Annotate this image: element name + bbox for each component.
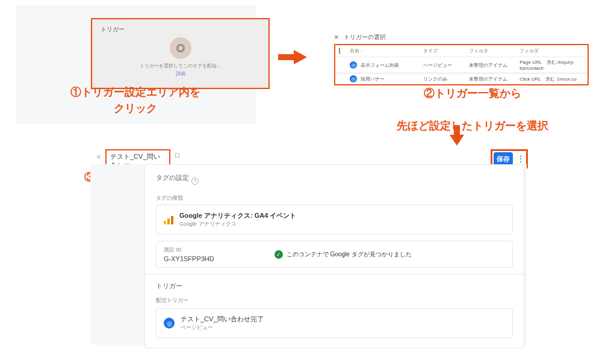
tag-config-title: タグの設定 [156,173,189,182]
deploy-trigger-label: 配信トリガー [156,297,513,304]
pageview-icon: ◎ [350,61,357,69]
arrow-down-icon [454,125,460,142]
ga4-icon [164,215,173,224]
trigger-empty-detail-link[interactable]: 詳細 [101,70,260,77]
tag-editor-panel: タグの設定 ? タグの種類 Google アナリティクス: GA4 イベント G… [90,164,527,345]
col-type[interactable]: タイプ [423,48,469,54]
trigger-placeholder-icon [170,37,191,59]
trigger-select-title: トリガーの選択 [344,33,386,42]
trigger-table-header: 名前↑ タイプ フィルタ フォルダ [335,45,588,57]
check-icon: ✓ [274,250,283,259]
col-folder[interactable]: フォルダ [519,48,584,54]
measurement-found-msg: このコンテナで Google タグが見つかりました [287,250,412,259]
tagtype-selector[interactable]: Google アナリティクス: GA4 イベント Google アナリティクス [156,205,513,235]
trigger-config-card: トリガー 配信トリガー ◎ テスト_CV_問い合わせ完了 ページビュー [144,274,524,348]
trigger-select-panel: × トリガーの選択 名前↑ タイプ フィルタ フォルダ ◎表示フォーム到着 ペー… [334,32,589,85]
help-icon[interactable]: ? [191,177,199,185]
trigger-row[interactable]: ◎採用バナー リンクのみ 未整理のアイテム Click URL 含む 1rmox… [335,73,588,84]
trigger-empty-area[interactable]: トリガー トリガーを選択してこのタグを配信... 詳細 [91,18,270,89]
trigger-row[interactable]: ◎表示フォーム到着 ページビュー 未整理のアイテム Page URL 含む /i… [335,57,588,73]
more-menu-icon[interactable]: ⋮ [516,152,525,165]
trigger-empty-message: トリガーを選択してこのタグを配信... [101,63,260,69]
col-name[interactable]: 名前 [350,48,359,54]
sort-asc-icon[interactable]: ↑ [361,49,363,53]
save-button[interactable]: 保存 [494,152,513,165]
measurement-id-value: G-XY1SFPP3HD [164,255,214,262]
pageview-icon: ◎ [164,318,175,329]
col-filter[interactable]: フィルタ [469,48,519,54]
measurement-id-row: 測定 ID G-XY1SFPP3HD ✓ このコンテナで Google タグが見… [156,241,513,268]
step1-callout: ①トリガー設定エリア内を クリック [48,84,223,117]
step2-callout: ②トリガー一覧から 先ほど設定したトリガーを選択 [367,85,578,134]
tagtype-label: タグの種類 [156,194,513,202]
arrow-right-icon [278,54,302,60]
assigned-trigger[interactable]: ◎ テスト_CV_問い合わせ完了 ページビュー [156,308,513,338]
close-icon[interactable]: × [334,32,339,42]
link-icon: ◎ [350,75,357,82]
trigger-table: 名前↑ タイプ フィルタ フォルダ ◎表示フォーム到着 ページビュー 未整理のア… [334,44,589,85]
trigger-section-title: トリガー [156,282,513,291]
trigger-section-label: トリガー [101,25,260,34]
select-all-checkbox[interactable] [339,48,340,54]
measurement-id-label: 測定 ID [164,246,214,254]
